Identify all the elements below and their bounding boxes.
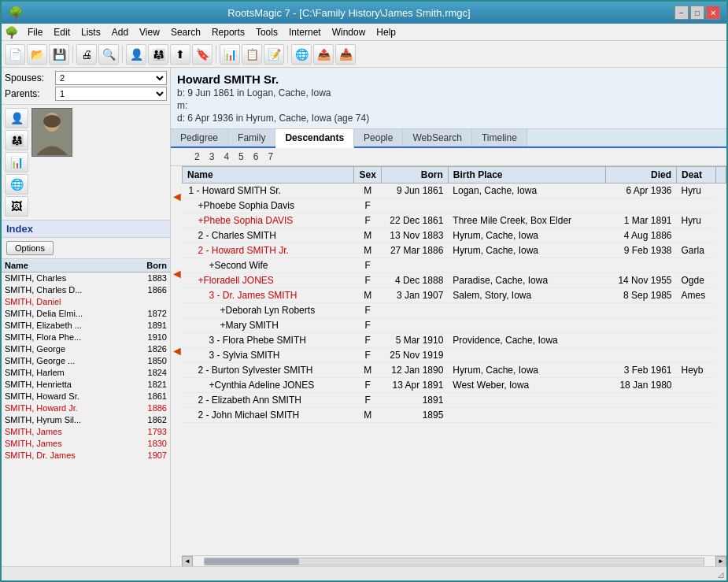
tab-people[interactable]: People bbox=[354, 129, 403, 146]
minimize-button[interactable]: − bbox=[674, 6, 689, 20]
scrollbar-thumb[interactable] bbox=[205, 558, 299, 565]
sidebar-chart-icon[interactable]: 📊 bbox=[5, 152, 28, 172]
col-header-died[interactable]: Died bbox=[606, 167, 677, 183]
list-item[interactable]: SMITH, James1830 bbox=[2, 438, 170, 450]
toolbar-export[interactable]: 📤 bbox=[313, 44, 334, 65]
toolbar-nav-back[interactable]: ⬆ bbox=[170, 44, 190, 65]
menu-edit[interactable]: Edit bbox=[49, 25, 75, 39]
col-header-born[interactable]: Born bbox=[381, 167, 448, 183]
table-row[interactable]: +Mary SMITH F bbox=[183, 318, 726, 333]
col-header-deat[interactable]: Deat bbox=[677, 167, 716, 183]
sidebar-web-icon[interactable]: 🌐 bbox=[5, 174, 28, 195]
sidebar-person-icon[interactable]: 👤 bbox=[5, 108, 28, 128]
tab-family[interactable]: Family bbox=[228, 129, 275, 146]
col-header-sex[interactable]: Sex bbox=[354, 167, 381, 183]
table-row[interactable]: 1 - Howard SMITH Sr. M 9 Jun 1861 Logan,… bbox=[183, 183, 726, 198]
tab-pedigree[interactable]: Pedigree bbox=[171, 129, 228, 146]
col-header-birthplace[interactable]: Birth Place bbox=[448, 167, 605, 183]
list-item[interactable]: SMITH, Hyrum Sil...1862 bbox=[2, 414, 170, 426]
maximize-button[interactable]: □ bbox=[690, 6, 704, 20]
toolbar-import[interactable]: 📥 bbox=[335, 44, 356, 65]
tab-timeline[interactable]: Timeline bbox=[472, 129, 527, 146]
page-2[interactable]: 2 bbox=[191, 150, 203, 163]
list-item[interactable]: SMITH, Howard Sr.1861 bbox=[2, 391, 170, 402]
spouses-dropdown[interactable]: 2 bbox=[55, 71, 167, 85]
toolbar-reports[interactable]: 📊 bbox=[220, 44, 240, 65]
sidebar-action-icons: 👤 👨‍👩‍👧 📊 🌐 🖼 bbox=[5, 108, 28, 217]
resize-handle[interactable]: ⊿ bbox=[717, 569, 725, 580]
page-5[interactable]: 5 bbox=[235, 150, 247, 163]
list-item[interactable]: SMITH, Delia Elmi...1872 bbox=[2, 308, 170, 320]
col-header-name[interactable]: Name bbox=[183, 167, 354, 183]
tab-websearch[interactable]: WebSearch bbox=[403, 129, 471, 146]
table-row[interactable]: 3 - Flora Phebe SMITH F 5 Mar 1910 Provi… bbox=[183, 333, 726, 348]
table-row[interactable]: +Phoebe Sophia Davis F bbox=[183, 198, 726, 213]
toolbar-add-person[interactable]: 👤 bbox=[126, 44, 146, 65]
close-button[interactable]: ✕ bbox=[706, 6, 720, 20]
menu-lists[interactable]: Lists bbox=[76, 25, 105, 39]
parents-dropdown[interactable]: 1 bbox=[55, 87, 167, 101]
nav-arrow-mid[interactable]: ◄ bbox=[171, 267, 183, 281]
table-row[interactable]: +Second Wife F bbox=[183, 258, 726, 273]
list-item[interactable]: SMITH, Henrietta1821 bbox=[2, 379, 170, 391]
menu-window[interactable]: Window bbox=[327, 25, 371, 39]
menu-reports[interactable]: Reports bbox=[207, 25, 249, 39]
toolbar-add-family[interactable]: 👨‍👩‍👧 bbox=[148, 44, 168, 65]
table-row[interactable]: 3 - Sylvia SMITH F 25 Nov 1919 bbox=[183, 348, 726, 363]
table-scroll-area[interactable]: Name Sex Born Birth Place Died Deat 1 - … bbox=[182, 166, 726, 555]
menu-internet[interactable]: Internet bbox=[284, 25, 326, 39]
menu-help[interactable]: Help bbox=[371, 25, 401, 39]
toolbar-bookmark[interactable]: 🔖 bbox=[192, 44, 212, 65]
table-row[interactable]: 3 - Dr. James SMITH M 3 Jan 1907 Salem, … bbox=[183, 288, 726, 303]
toolbar-lists[interactable]: 📝 bbox=[264, 44, 284, 65]
sidebar-family-icon[interactable]: 👨‍👩‍👧 bbox=[5, 130, 28, 150]
toolbar-charts[interactable]: 📋 bbox=[242, 44, 262, 65]
table-row[interactable]: 2 - Burton Sylvester SMITH M 12 Jan 1890… bbox=[183, 363, 726, 378]
page-4[interactable]: 4 bbox=[220, 150, 232, 163]
list-item[interactable]: SMITH, George ...1850 bbox=[2, 355, 170, 367]
table-row[interactable]: +Phebe Sophia DAVIS F 22 Dec 1861 Three … bbox=[183, 213, 726, 228]
options-button[interactable]: Options bbox=[6, 241, 54, 255]
scrollbar-track[interactable] bbox=[204, 558, 704, 565]
tab-descendants[interactable]: Descendants bbox=[275, 129, 354, 148]
sidebar-media-icon[interactable]: 🖼 bbox=[5, 196, 28, 217]
list-item[interactable]: SMITH, George1826 bbox=[2, 343, 170, 355]
table-row[interactable]: 2 - John Michael SMITH M 1895 bbox=[183, 408, 726, 423]
list-item[interactable]: SMITH, Flora Phe...1910 bbox=[2, 332, 170, 343]
menu-view[interactable]: View bbox=[135, 25, 164, 39]
page-3[interactable]: 3 bbox=[206, 150, 218, 163]
table-row[interactable]: 2 - Howard SMITH Jr. M 27 Mar 1886 Hyrum… bbox=[183, 243, 726, 258]
toolbar-new[interactable]: 📄 bbox=[5, 44, 25, 65]
scroll-left-arrow[interactable]: ◄ bbox=[182, 556, 193, 567]
page-6[interactable]: 6 bbox=[250, 150, 262, 163]
list-item[interactable]: SMITH, James1793 bbox=[2, 426, 170, 438]
list-item[interactable]: SMITH, Daniel bbox=[2, 296, 170, 308]
table-row[interactable]: +Floradell JONES F 4 Dec 1888 Paradise, … bbox=[183, 273, 726, 288]
toolbar: 📄 📂 💾 🖨 🔍 👤 👨‍👩‍👧 ⬆ 🔖 📊 📋 📝 🌐 📤 📥 bbox=[2, 41, 726, 68]
page-7[interactable]: 7 bbox=[264, 150, 276, 163]
horizontal-scrollbar[interactable]: ◄ ► bbox=[182, 555, 726, 566]
list-item[interactable]: SMITH, Dr. James1907 bbox=[2, 450, 170, 462]
nav-arrow-up[interactable]: ◄ bbox=[171, 190, 183, 204]
list-item[interactable]: SMITH, Elizabeth ...1891 bbox=[2, 320, 170, 332]
table-row[interactable]: 2 - Elizabeth Ann SMITH F 1891 bbox=[183, 393, 726, 408]
toolbar-search[interactable]: 🔍 bbox=[98, 44, 119, 65]
list-item[interactable]: SMITH, Harlem1824 bbox=[2, 367, 170, 379]
menu-tools[interactable]: Tools bbox=[251, 25, 283, 39]
toolbar-save[interactable]: 💾 bbox=[49, 44, 69, 65]
toolbar-print[interactable]: 🖨 bbox=[76, 44, 97, 65]
menu-search[interactable]: Search bbox=[166, 25, 205, 39]
menu-add[interactable]: Add bbox=[107, 25, 133, 39]
nav-arrow-down[interactable]: ◄ bbox=[171, 344, 183, 358]
scroll-right-arrow[interactable]: ► bbox=[715, 556, 726, 567]
table-row[interactable]: +Cynthia Adeline JONES F 13 Apr 1891 Wes… bbox=[183, 378, 726, 393]
list-item[interactable]: SMITH, Charles1883 bbox=[2, 272, 170, 284]
person-marriage: m: bbox=[177, 100, 720, 111]
toolbar-internet[interactable]: 🌐 bbox=[291, 44, 312, 65]
list-item[interactable]: SMITH, Charles D...1866 bbox=[2, 284, 170, 296]
list-item[interactable]: SMITH, Howard Jr.1886 bbox=[2, 402, 170, 414]
menu-file[interactable]: File bbox=[23, 25, 47, 39]
toolbar-open[interactable]: 📂 bbox=[27, 44, 47, 65]
table-row[interactable]: 2 - Charles SMITH M 13 Nov 1883 Hyrum, C… bbox=[183, 228, 726, 243]
table-row[interactable]: +Deborah Lyn Roberts F bbox=[183, 303, 726, 318]
